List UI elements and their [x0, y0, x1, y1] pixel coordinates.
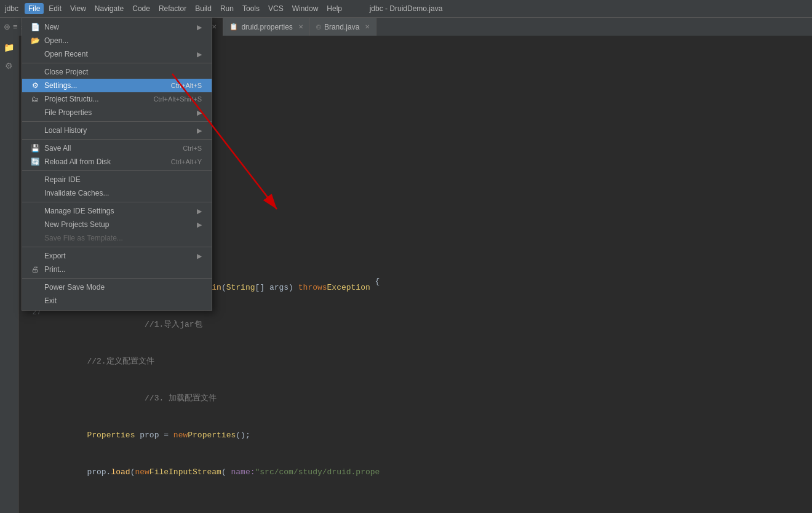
- menu-new-projects-setup[interactable]: New Projects Setup ▶: [22, 218, 212, 231]
- menu-invalidate-caches-label: Invalidate Caches...: [44, 189, 109, 197]
- menu-new-projects-setup-label: New Projects Setup: [44, 220, 109, 229]
- tab-label3: druid.properties: [241, 23, 292, 31]
- project-structure-shortcut: Ctrl+Alt+Shift+S: [153, 95, 202, 103]
- menu-save-all-label: Save All: [44, 144, 71, 153]
- save-all-shortcut: Ctrl+S: [183, 145, 202, 152]
- tab-tool-icon2[interactable]: ≡: [13, 22, 18, 31]
- menu-settings-label: Settings...: [44, 81, 77, 90]
- menu-save-all[interactable]: 💾 Save All Ctrl+S: [22, 141, 212, 155]
- menu-bar: jdbc File Edit View Navigate Code Refact…: [0, 0, 812, 17]
- menu-manage-ide-settings-label: Manage IDE Settings: [44, 207, 114, 215]
- sidebar-project-icon[interactable]: 📁: [2, 41, 16, 54]
- menu-open[interactable]: 📂 Open...: [22, 34, 212, 47]
- menu-save-file-template: Save File as Template...: [22, 231, 212, 245]
- menu-refactor[interactable]: Refactor: [155, 3, 190, 14]
- print-icon: 🖨: [30, 265, 41, 274]
- menu-file[interactable]: File: [25, 3, 44, 14]
- menu-open-recent-label: Open Recent: [44, 50, 88, 58]
- settings-shortcut: Ctrl+Alt+S: [171, 82, 202, 89]
- menu-exit[interactable]: Exit: [22, 294, 212, 308]
- reload-shortcut: Ctrl+Alt+Y: [171, 158, 202, 165]
- menu-reload[interactable]: 🔄 Reload All from Disk Ctrl+Alt+Y: [22, 155, 212, 169]
- menu-run[interactable]: Run: [217, 3, 237, 14]
- menu-exit-label: Exit: [44, 296, 57, 305]
- tab-close-icon3[interactable]: ✕: [298, 23, 303, 30]
- menu-open-label: Open...: [44, 36, 68, 45]
- menu-new-label: New: [44, 23, 59, 31]
- menu-tools[interactable]: Tools: [239, 3, 263, 14]
- menu-edit[interactable]: Edit: [45, 3, 65, 14]
- menu-file-properties[interactable]: File Properties ▶: [22, 106, 212, 119]
- menu-reload-label: Reload All from Disk: [44, 157, 111, 166]
- brand-icon: ©: [316, 23, 321, 31]
- local-history-arrow: ▶: [197, 127, 202, 135]
- menu-manage-ide-settings[interactable]: Manage IDE Settings ▶: [22, 204, 212, 218]
- menu-help[interactable]: Help: [323, 3, 346, 14]
- menu-repair-ide-label: Repair IDE: [44, 175, 81, 184]
- manage-ide-settings-arrow: ▶: [197, 207, 202, 215]
- tab-tool-icon1[interactable]: ⊕: [4, 22, 10, 31]
- menu-local-history[interactable]: Local History ▶: [22, 124, 212, 137]
- menu-project-structure[interactable]: 🗂 Project Structu... Ctrl+Alt+Shift+S: [22, 92, 212, 106]
- menu-print[interactable]: 🖨 Print...: [22, 263, 212, 276]
- menu-sep4: [22, 170, 212, 171]
- menu-settings[interactable]: ⚙ Settings... Ctrl+Alt+S: [22, 79, 212, 92]
- new-arrow-icon: ▶: [197, 23, 202, 31]
- menu-sep2: [22, 121, 212, 122]
- menu-invalidate-caches[interactable]: Invalidate Caches...: [22, 186, 212, 200]
- sidebar-icons: 📁 ⚙: [0, 36, 18, 513]
- window-title: jdbc - DruidDemo.java: [370, 4, 443, 13]
- save-all-icon: 💾: [30, 144, 41, 153]
- sidebar-structure-icon[interactable]: ⚙: [3, 59, 15, 73]
- menu-export-label: Export: [44, 252, 66, 260]
- file-properties-arrow: ▶: [197, 109, 202, 117]
- open-icon: 📂: [30, 36, 41, 45]
- props-icon: 📋: [229, 23, 238, 31]
- project-label: jdbc: [5, 4, 18, 13]
- export-arrow: ▶: [197, 252, 202, 260]
- tab-label4: Brand.java: [324, 23, 359, 31]
- menu-repair-ide[interactable]: Repair IDE: [22, 173, 212, 186]
- tab-close-icon2[interactable]: ✕: [212, 23, 217, 30]
- menu-sep5: [22, 202, 212, 202]
- menu-vcs[interactable]: VCS: [265, 3, 287, 14]
- menu-close-project-label: Close Project: [44, 68, 88, 76]
- menu-export[interactable]: Export ▶: [22, 249, 212, 263]
- menu-sep3: [22, 139, 212, 140]
- new-icon: 📄: [30, 23, 41, 31]
- menu-close-project[interactable]: Close Project: [22, 65, 212, 79]
- menu-build[interactable]: Build: [191, 3, 215, 14]
- project-structure-icon: 🗂: [30, 95, 41, 103]
- settings-icon: ⚙: [30, 81, 41, 90]
- open-recent-arrow: ▶: [197, 50, 202, 58]
- menu-window[interactable]: Window: [289, 3, 322, 14]
- tab-close-icon4[interactable]: ✕: [365, 23, 370, 30]
- menu-view[interactable]: View: [66, 3, 90, 14]
- menu-power-save-label: Power Save Mode: [44, 283, 105, 292]
- menu-new[interactable]: 📄 New ▶: [22, 20, 212, 34]
- menu-code[interactable]: Code: [129, 3, 154, 14]
- menu-local-history-label: Local History: [44, 126, 87, 135]
- menu-sep7: [22, 278, 212, 279]
- menu-sep1: [22, 63, 212, 63]
- menu-sep6: [22, 247, 212, 247]
- menu-navigate[interactable]: Navigate: [91, 3, 127, 14]
- tab-druid-props[interactable]: 📋 druid.properties ✕: [223, 18, 309, 36]
- reload-icon: 🔄: [30, 157, 41, 166]
- menu-project-structure-label: Project Structu...: [44, 95, 99, 103]
- menu-print-label: Print...: [44, 265, 66, 274]
- new-projects-setup-arrow: ▶: [197, 221, 202, 229]
- tab-brand[interactable]: © Brand.java ✕: [310, 18, 376, 36]
- menu-save-file-template-label: Save File as Template...: [44, 234, 123, 242]
- menu-power-save[interactable]: Power Save Mode: [22, 280, 212, 294]
- menu-file-properties-label: File Properties: [44, 108, 92, 117]
- file-menu-dropdown: 📄 New ▶ 📂 Open... Open Recent ▶ Close Pr…: [22, 17, 212, 311]
- menu-open-recent[interactable]: Open Recent ▶: [22, 47, 212, 61]
